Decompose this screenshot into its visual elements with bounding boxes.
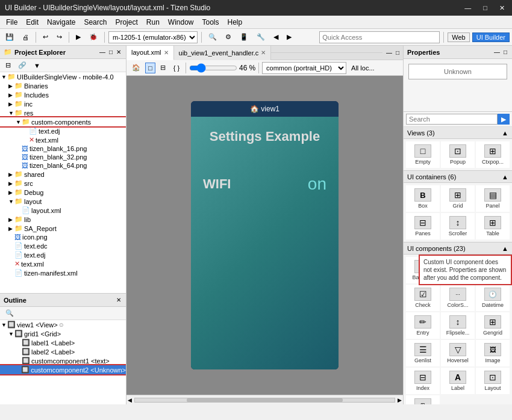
tree-root[interactable]: ▼ 📁 UIBuilderSingleView - mobile-4.0: [0, 72, 126, 81]
emulator-select[interactable]: m-1205-1 (emulator-x86): [108, 31, 198, 43]
tree-blank-16[interactable]: 🖼tizen_blank_16.png: [0, 144, 126, 153]
palette-genlist[interactable]: ☰ Genlist: [406, 340, 440, 366]
maximize-button[interactable]: □: [481, 4, 490, 12]
tree-debug[interactable]: ▶📁Debug: [0, 188, 126, 197]
tree-text-xml[interactable]: ✕text.xml: [0, 135, 126, 144]
quick-access-input[interactable]: [319, 31, 440, 43]
outline-label2[interactable]: 🔲label2 <Label>: [0, 347, 126, 356]
tree-sa-report[interactable]: ▶📁SA_Report: [0, 224, 126, 233]
design-view-btn[interactable]: □: [145, 63, 155, 73]
menu-tools[interactable]: Tools: [199, 17, 223, 28]
toolbar-btn-4[interactable]: ↪: [54, 31, 65, 43]
palette-more[interactable]: ⊞ ...: [406, 395, 440, 404]
ui-builder-button[interactable]: UI Builder: [472, 32, 510, 42]
palette-box[interactable]: B Box: [406, 185, 440, 212]
toolbar-btn-3[interactable]: ↩: [40, 31, 51, 43]
tree-blank-32[interactable]: 🖼tizen_blank_32.png: [0, 153, 126, 161]
palette-empty[interactable]: □ Empty: [406, 141, 440, 168]
palette-gengrid[interactable]: ⊞ Gengrid: [476, 312, 510, 339]
palette-datetime[interactable]: 🕐 Datetime: [476, 285, 510, 311]
web-button[interactable]: Web: [448, 32, 469, 42]
center-maximize-btn[interactable]: □: [395, 49, 401, 56]
toolbar-btn-1[interactable]: 💾: [2, 31, 17, 43]
collapse-all-btn[interactable]: ⊟: [2, 60, 14, 71]
palette-search-button[interactable]: ▶: [498, 114, 510, 125]
toolbar-btn-10[interactable]: ▶: [284, 31, 295, 43]
palette-entry[interactable]: ✏ Entry: [406, 312, 440, 339]
components-header[interactable]: UI components (23) ▲: [404, 242, 512, 255]
tab-layout-xml[interactable]: layout.xml ✕: [126, 46, 174, 60]
horizontal-scrollbar[interactable]: [134, 398, 395, 403]
palette-layout[interactable]: ⊡ Layout: [476, 368, 510, 394]
outline-customcomponent2[interactable]: 5 🔲customcomponent2 <Unknown>: [0, 365, 126, 374]
view-menu-btn[interactable]: ▼: [31, 60, 43, 71]
minimize-button[interactable]: —: [462, 4, 473, 12]
tree-text-edj[interactable]: 📄text.edj: [0, 126, 126, 135]
tree-layout-xml[interactable]: 📄layout.xml: [0, 206, 126, 215]
run-button[interactable]: ▶: [73, 31, 84, 43]
tab-event-handler[interactable]: uib_view1_event_handler.c ✕: [174, 46, 272, 60]
palette-search-input[interactable]: [406, 114, 498, 125]
menu-project[interactable]: Project: [111, 17, 141, 28]
code-view-btn[interactable]: { }: [170, 63, 183, 73]
palette-colorsel[interactable]: ··· ColorS...: [441, 285, 475, 311]
palette-check[interactable]: ☑ Check: [406, 285, 440, 311]
minimize-panel-btn[interactable]: —: [98, 49, 107, 55]
tree-src[interactable]: ▶📁src: [0, 179, 126, 188]
close-panel-btn[interactable]: ✕: [115, 49, 122, 55]
toolbar-btn-5[interactable]: 🔍: [205, 31, 220, 43]
palette-image[interactable]: 🖼 Image: [476, 340, 510, 366]
tree-binaries[interactable]: ▶📁Binaries: [0, 81, 126, 90]
menu-help[interactable]: Help: [224, 17, 246, 28]
palette-popup[interactable]: ⊡ Popup: [441, 141, 475, 168]
menu-navigate[interactable]: Navigate: [43, 17, 79, 28]
menu-edit[interactable]: Edit: [22, 17, 42, 28]
split-view-btn[interactable]: ⊟: [157, 62, 169, 73]
tree-custom-components[interactable]: 4 ▼📁custom-components: [0, 117, 126, 126]
tree-shared[interactable]: ▶📁shared: [0, 170, 126, 179]
tree-tizen-manifest[interactable]: 📄tizen-manifest.xml: [0, 268, 126, 277]
maximize-panel-btn[interactable]: □: [108, 49, 114, 55]
properties-minimize-btn[interactable]: —: [493, 49, 501, 55]
menu-window[interactable]: Window: [164, 17, 198, 28]
tab-event-handler-close[interactable]: ✕: [261, 49, 266, 56]
palette-scroller[interactable]: ↕ Scroller: [441, 213, 475, 239]
close-button[interactable]: ✕: [497, 4, 507, 12]
palette-panel[interactable]: ▤ Panel: [476, 185, 510, 212]
tree-text-xml2[interactable]: ✕text.xml: [0, 259, 126, 268]
properties-maximize-btn[interactable]: □: [502, 49, 508, 55]
tree-text-edc[interactable]: 📄text.edc: [0, 241, 126, 250]
home-view-btn[interactable]: 🏠: [129, 62, 143, 73]
menu-search[interactable]: Search: [80, 17, 110, 28]
tree-icon-png[interactable]: 🖼icon.png: [0, 233, 126, 241]
toolbar-btn-7[interactable]: 📱: [237, 31, 251, 43]
toolbar-btn-9[interactable]: ◀: [270, 31, 281, 43]
tab-layout-xml-close[interactable]: ✕: [164, 49, 169, 56]
palette-index[interactable]: ⊟ Index: [406, 368, 440, 394]
outline-customcomponent1[interactable]: 🔲customcomponent1 <text>: [0, 356, 126, 365]
palette-panes[interactable]: ⊟ Panes: [406, 213, 440, 239]
scroll-left-btn[interactable]: ◀: [126, 397, 133, 403]
tree-text-edj2[interactable]: 📄text.edj: [0, 250, 126, 259]
views-header[interactable]: Views (3) ▲: [404, 127, 512, 139]
tree-lib[interactable]: ▶📁lib: [0, 215, 126, 224]
palette-table[interactable]: ⊞ Table: [476, 213, 510, 239]
palette-label-widget[interactable]: A Label: [441, 368, 475, 394]
tree-blank-64[interactable]: 🖼tizen_blank_64.png: [0, 161, 126, 170]
menu-file[interactable]: File: [2, 17, 21, 28]
center-bottom-scrollbar[interactable]: ◀ ▶: [126, 395, 403, 404]
menu-run[interactable]: Run: [143, 17, 163, 28]
orientation-select[interactable]: common (portrait_HD): [262, 62, 346, 74]
debug-button[interactable]: 🐞: [86, 31, 101, 43]
outline-label1[interactable]: 🔲label1 <Label>: [0, 338, 126, 347]
tree-layout[interactable]: ▼📁layout: [0, 197, 126, 206]
palette-hoversel[interactable]: ▽ Hoversel: [441, 340, 475, 366]
outline-close-btn[interactable]: ✕: [115, 297, 122, 303]
center-minimize-btn[interactable]: —: [385, 49, 393, 56]
containers-header[interactable]: UI containers (6) ▲: [404, 171, 512, 183]
link-editor-btn[interactable]: 🔗: [15, 60, 30, 71]
palette-ctxpop[interactable]: ⊞ Ctxpop...: [476, 141, 510, 168]
scroll-right-btn[interactable]: ▶: [396, 397, 403, 403]
tree-includes[interactable]: ▶📁Includes: [0, 90, 126, 99]
tree-res[interactable]: ▼📁res: [0, 108, 126, 117]
